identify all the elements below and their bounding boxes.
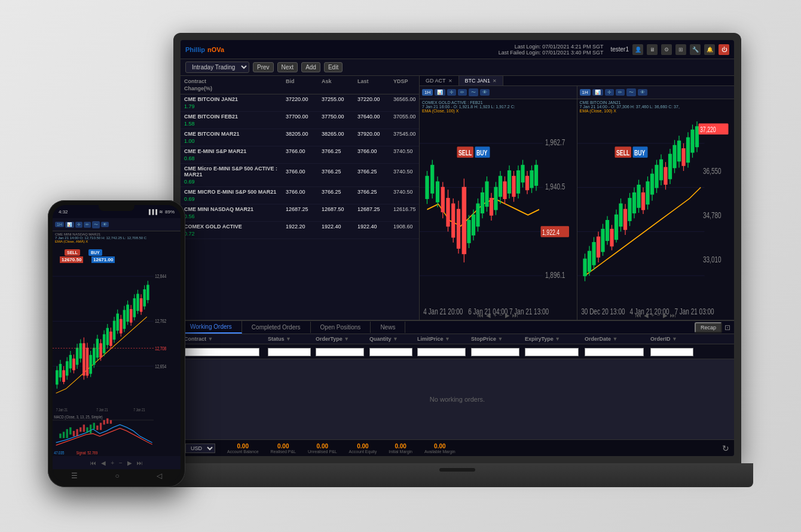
draw-btn[interactable]: ✏ [458, 89, 467, 96]
nav-next[interactable]: ▶ [505, 312, 510, 319]
power-icon[interactable]: ⏻ [719, 44, 729, 55]
btc-indicator-btn[interactable]: 〜 [626, 88, 636, 96]
wl-changepct: 1.58 [183, 120, 285, 127]
watchlist-row[interactable]: COMEX GOLD ACTIVE 1922.20 1922.40 1922.4… [181, 222, 419, 239]
phone-screen: 4:32 ▐▐▐ ≋ 89% 1H 📊 ✛ ✏ 〜 👁 [53, 205, 181, 482]
btc-nav-prev[interactable]: ◀ [644, 312, 649, 319]
chart-type-btn[interactable]: 📊 [435, 89, 445, 96]
phone-back-btn[interactable]: ◁ [157, 472, 162, 480]
tab-completed-orders[interactable]: Completed Orders [242, 322, 311, 333]
monitor-icon[interactable]: 🖥 [647, 44, 658, 55]
timeframe-1h-btn[interactable]: 1H [422, 89, 433, 96]
tab-btc-jan1[interactable]: BTC JAN1 ✕ [459, 76, 504, 85]
wl-ydsp: 3740.50 [392, 188, 419, 195]
phone-nav-plus[interactable]: + [111, 460, 114, 466]
filter-status[interactable] [268, 348, 311, 356]
filter-stopprice[interactable] [471, 348, 519, 356]
watchlist-row[interactable]: CME Micro E-MINI S&P 500 ACTIVE : MAR21 … [181, 164, 419, 187]
next-button[interactable]: Next [277, 62, 298, 72]
currency-select[interactable]: USD [185, 444, 215, 453]
svg-rect-214 [96, 426, 98, 430]
btc-chart-type-btn[interactable]: 📊 [592, 89, 603, 96]
phone-home-btn[interactable]: ○ [115, 472, 119, 480]
nav-minus[interactable]: − [499, 312, 503, 319]
watchlist-row[interactable]: CME BITCOIN MAR21 38205.00 38265.00 3792… [181, 129, 419, 146]
filter-expirytype[interactable] [525, 348, 579, 356]
bell-icon[interactable]: 🔔 [704, 44, 715, 55]
edit-button[interactable]: Edit [324, 62, 343, 72]
filter-orderdate[interactable] [585, 348, 644, 356]
col-changepct: Change(%) [183, 85, 285, 92]
export-icon[interactable]: ⊡ [724, 323, 730, 332]
indicator-btn[interactable]: 〜 [469, 88, 478, 96]
svg-rect-207 [73, 431, 75, 436]
add-button[interactable]: Add [301, 62, 320, 72]
tab-open-positions[interactable]: Open Positions [311, 322, 371, 333]
phone-eye[interactable]: 👁 [101, 222, 109, 227]
wl-ask: 1922.40 [320, 223, 356, 230]
btc-timeframe-1h-btn[interactable]: 1H [580, 89, 591, 96]
tab-gd-act-close[interactable]: ✕ [448, 78, 453, 84]
btc-draw-btn[interactable]: ✏ [616, 89, 625, 96]
watchlist-row[interactable]: CME E-MINI S&P MAR21 3766.00 3766.25 376… [181, 146, 419, 164]
col-last: Last [356, 78, 392, 85]
phone-nav-last[interactable]: ⏭ [137, 460, 143, 466]
tools-icon[interactable]: 🔧 [690, 44, 701, 55]
account-equity: 0.00 Account Equity [349, 443, 377, 454]
wl-changepct: 0.69 [183, 195, 285, 203]
trading-mode-dropdown[interactable]: Intraday Trading [185, 62, 249, 73]
phone-nav-first[interactable]: ⏮ [90, 460, 96, 466]
filter-orderid[interactable] [650, 348, 693, 356]
svg-rect-218 [110, 420, 112, 424]
chart-gold: 1H 📊 ✛ ✏ 〜 👁 COME [420, 86, 577, 320]
eye-btn[interactable]: 👁 [480, 89, 490, 96]
recap-button[interactable]: Recap [695, 322, 722, 333]
tab-news[interactable]: News [371, 322, 405, 333]
btc-nav-plus[interactable]: + [651, 312, 655, 319]
watchlist-row[interactable]: CME MINI NASDAQ MAR21 12687.25 12687.50 … [181, 204, 419, 222]
refresh-icon[interactable]: ↻ [722, 444, 729, 453]
phone-chart-type[interactable]: 📊 [65, 222, 74, 228]
btc-nav-next[interactable]: ▶ [663, 312, 668, 319]
prev-button[interactable]: Prev [253, 62, 274, 72]
laptop-screen: Phillip nOVa Last Login: 07/01/2021 4:21… [181, 40, 734, 456]
wl-contract: CME BITCOIN FEB21 [183, 113, 285, 120]
phone-crosshair[interactable]: ✛ [75, 222, 82, 228]
btc-crosshair-btn[interactable]: ✛ [605, 89, 614, 96]
crosshair-btn[interactable]: ✛ [447, 89, 456, 96]
phone-indicator[interactable]: 〜 [92, 221, 100, 228]
tab-gd-act-label: GD ACT [426, 78, 446, 84]
phone-nav-prev[interactable]: ◀ [101, 460, 106, 466]
btc-nav-minus[interactable]: − [657, 312, 661, 319]
watchlist-row[interactable]: CME BITCOIN FEB21 37700.00 37750.00 3764… [181, 112, 419, 129]
nav-first[interactable]: ⏮ [478, 312, 484, 319]
phone-nav-next[interactable]: ▶ [127, 460, 132, 466]
filter-contract[interactable] [184, 348, 259, 356]
phone-toolbar: 1H 📊 ✛ ✏ 〜 👁 [53, 218, 181, 231]
chart-gold-nav: ⏮ ◀ + − ▶ ⏭ [478, 312, 518, 319]
nav-last[interactable]: ⏭ [512, 312, 518, 319]
btc-nav-last[interactable]: ⏭ [670, 312, 676, 319]
watchlist-row[interactable]: CME BITCOIN JAN21 37220.00 37255.00 3722… [181, 94, 419, 112]
filter-limitprice[interactable] [417, 348, 466, 356]
nav-plus[interactable]: + [493, 312, 497, 319]
svg-text:1,922.4: 1,922.4 [542, 228, 560, 236]
tab-working-orders[interactable]: Working Orders [181, 321, 242, 334]
grid-icon[interactable]: ⊞ [675, 44, 686, 55]
filter-quantity[interactable] [369, 348, 412, 356]
phone-menu-btn[interactable]: ☰ [71, 472, 78, 480]
phone-nav-minus[interactable]: − [119, 460, 123, 466]
watchlist-row[interactable]: CME MICRO E-MINI S&P 500 MAR21 3766.00 3… [181, 187, 419, 204]
phone-draw[interactable]: ✏ [84, 222, 91, 228]
user-icon[interactable]: 👤 [632, 44, 643, 55]
tab-btc-jan1-close[interactable]: ✕ [493, 78, 497, 84]
nav-prev[interactable]: ◀ [486, 312, 491, 319]
btc-nav-first[interactable]: ⏮ [635, 312, 641, 319]
phone-timeframe[interactable]: 1H [55, 222, 64, 227]
phone-buy-price: 12671.00 [91, 256, 115, 263]
account-equity-value: 0.00 [357, 443, 368, 450]
tab-gd-act[interactable]: GD ACT ✕ [420, 76, 459, 85]
settings-icon[interactable]: ⚙ [661, 44, 672, 55]
btc-eye-btn[interactable]: 👁 [638, 89, 647, 96]
filter-ordertype[interactable] [316, 348, 364, 356]
